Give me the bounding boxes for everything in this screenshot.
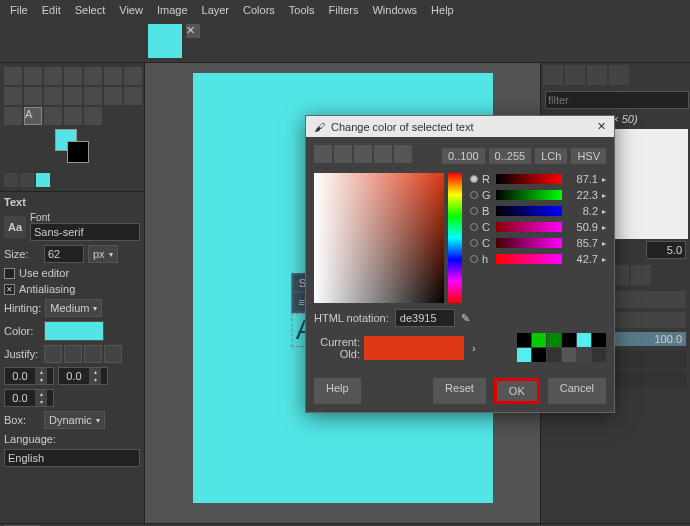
pattern-preset-icon[interactable] <box>20 173 34 187</box>
palette-swatch[interactable] <box>547 333 561 347</box>
justify-right-icon[interactable] <box>64 345 82 363</box>
tool-crop[interactable] <box>84 67 102 85</box>
model-lch-button[interactable]: LCh <box>535 148 567 164</box>
tool-measure[interactable] <box>64 107 82 125</box>
tool-smudge[interactable] <box>124 87 142 105</box>
swap-arrow-icon[interactable]: › <box>472 342 476 354</box>
channel-radio-C[interactable] <box>470 239 478 247</box>
range-0-255-button[interactable]: 0..255 <box>489 148 532 164</box>
channel-stepper-B[interactable]: ▸ <box>602 207 606 216</box>
channel-radio-h[interactable] <box>470 255 478 263</box>
dialog-titlebar[interactable]: 🖌 Change color of selected text ✕ <box>306 116 614 137</box>
channel-slider-G[interactable] <box>496 190 562 200</box>
hinting-select[interactable]: Medium▾ <box>45 299 102 317</box>
use-editor-checkbox[interactable] <box>4 268 15 279</box>
menu-colors[interactable]: Colors <box>237 2 281 18</box>
channel-stepper-G[interactable]: ▸ <box>602 191 606 200</box>
old-color-swatch[interactable] <box>364 348 464 360</box>
image-thumbnail[interactable] <box>148 24 182 58</box>
channel-slider-C[interactable] <box>496 238 562 248</box>
justify-center-icon[interactable] <box>84 345 102 363</box>
hue-strip[interactable] <box>448 173 462 303</box>
palette-swatch[interactable] <box>517 348 531 362</box>
channel-stepper-C[interactable]: ▸ <box>602 239 606 248</box>
tool-select-fuzzy[interactable] <box>64 67 82 85</box>
palette-swatch[interactable] <box>592 348 606 362</box>
palette-swatch[interactable] <box>517 333 531 347</box>
tool-warp[interactable] <box>4 87 22 105</box>
channel-slider-R[interactable] <box>496 174 562 184</box>
indent-spinner[interactable]: ▴▾ <box>4 367 54 385</box>
channel-stepper-h[interactable]: ▸ <box>602 255 606 264</box>
palette-swatch[interactable] <box>532 333 546 347</box>
tool-eraser[interactable] <box>84 87 102 105</box>
text-color-swatch[interactable] <box>44 321 104 341</box>
picker-tab-water-icon[interactable] <box>354 145 372 163</box>
palette-swatch[interactable] <box>592 333 606 347</box>
font-field[interactable] <box>30 223 140 241</box>
channel-slider-B[interactable] <box>496 206 562 216</box>
size-field[interactable] <box>44 245 84 263</box>
palette-swatch[interactable] <box>562 333 576 347</box>
channel-radio-R[interactable] <box>470 175 478 183</box>
tool-select-free[interactable] <box>44 67 62 85</box>
tool-flip[interactable] <box>124 67 142 85</box>
reset-button[interactable]: Reset <box>433 378 486 404</box>
gradient-preset-icon[interactable] <box>36 173 50 187</box>
close-icon[interactable]: ✕ <box>597 120 606 133</box>
menu-help[interactable]: Help <box>425 2 460 18</box>
model-hsv-button[interactable]: HSV <box>571 148 606 164</box>
palette-swatch[interactable] <box>577 348 591 362</box>
channel-stepper-R[interactable]: ▸ <box>602 175 606 184</box>
picker-tab-wheel-icon[interactable] <box>374 145 392 163</box>
menu-filters[interactable]: Filters <box>323 2 365 18</box>
brush-refresh-icon[interactable] <box>631 265 651 285</box>
tool-gradient[interactable] <box>44 87 62 105</box>
antialiasing-checkbox[interactable] <box>4 284 15 295</box>
line-spacing-spinner[interactable]: ▴▾ <box>58 367 108 385</box>
menu-edit[interactable]: Edit <box>36 2 67 18</box>
tool-path[interactable] <box>4 107 22 125</box>
cancel-button[interactable]: Cancel <box>548 378 606 404</box>
menu-windows[interactable]: Windows <box>366 2 423 18</box>
tool-move[interactable] <box>4 67 22 85</box>
channel-radio-C[interactable] <box>470 223 478 231</box>
tool-rotate[interactable] <box>104 67 122 85</box>
help-button[interactable]: Help <box>314 378 361 404</box>
palette-swatch[interactable] <box>562 348 576 362</box>
brush-filter-input[interactable] <box>545 91 689 109</box>
channel-radio-B[interactable] <box>470 207 478 215</box>
tab-history-icon[interactable] <box>609 65 629 85</box>
tool-picker[interactable] <box>44 107 62 125</box>
tool-select-rect[interactable] <box>24 67 42 85</box>
menu-select[interactable]: Select <box>69 2 112 18</box>
palette-swatch[interactable] <box>547 348 561 362</box>
tab-patterns-icon[interactable] <box>565 65 585 85</box>
background-color[interactable] <box>67 141 89 163</box>
picker-tab-palette-icon[interactable] <box>394 145 412 163</box>
language-field[interactable] <box>4 449 140 467</box>
channel-slider-C[interactable] <box>496 222 562 232</box>
size-unit-select[interactable]: px▾ <box>88 245 118 263</box>
menu-tools[interactable]: Tools <box>283 2 321 18</box>
tool-clone[interactable] <box>104 87 122 105</box>
close-tab-icon[interactable]: ✕ <box>186 24 200 38</box>
picker-tab-cmyk-icon[interactable] <box>334 145 352 163</box>
range-0-100-button[interactable]: 0..100 <box>442 148 485 164</box>
menu-layer[interactable]: Layer <box>196 2 236 18</box>
color-field[interactable] <box>314 173 444 303</box>
font-icon[interactable]: Aa <box>4 216 26 238</box>
ok-button[interactable]: OK <box>494 378 540 404</box>
palette-swatch[interactable] <box>532 348 546 362</box>
brush-preset-icon[interactable] <box>4 173 18 187</box>
tool-bucket[interactable] <box>24 87 42 105</box>
menu-image[interactable]: Image <box>151 2 194 18</box>
menu-view[interactable]: View <box>113 2 149 18</box>
justify-left-icon[interactable] <box>44 345 62 363</box>
tool-brush[interactable] <box>64 87 82 105</box>
letter-spacing-spinner[interactable]: ▴▾ <box>4 389 54 407</box>
box-select[interactable]: Dynamic▾ <box>44 411 105 429</box>
channel-radio-G[interactable] <box>470 191 478 199</box>
channel-slider-h[interactable] <box>496 254 562 264</box>
eyedropper-icon[interactable]: ✎ <box>461 312 470 325</box>
